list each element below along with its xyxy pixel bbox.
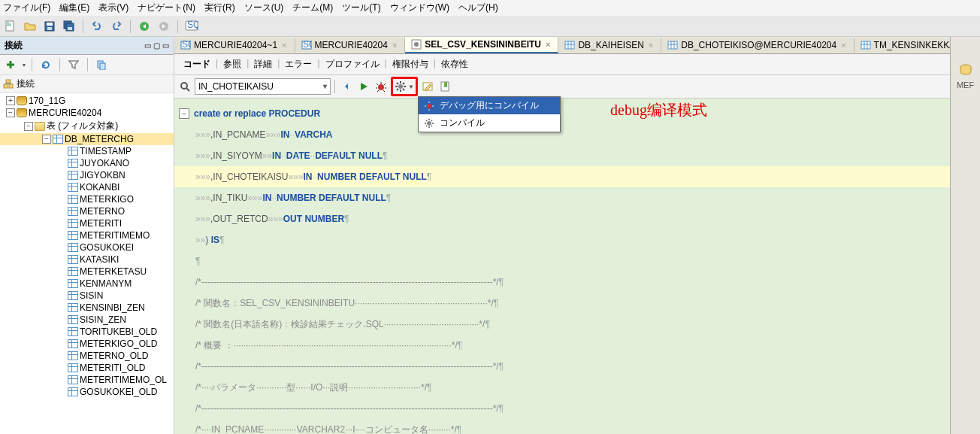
menu-item-compile-debug[interactable]: デバッグ用にコンパイル — [419, 97, 560, 114]
subtab[interactable]: コード — [179, 56, 215, 72]
refresh-icon[interactable] — [38, 57, 53, 72]
tree-node-db-meterchg[interactable]: −DB_METERCHG — [0, 133, 174, 145]
save-icon[interactable] — [42, 19, 57, 34]
editor-tab[interactable]: DB_KAIHEISEN× — [558, 38, 661, 53]
main-toolbar: SQL — [0, 16, 980, 37]
search-input[interactable] — [198, 81, 319, 92]
edit-icon[interactable] — [420, 79, 435, 94]
tree-leaf[interactable]: SISIN_ZEN — [0, 314, 174, 326]
svg-point-28 — [398, 84, 403, 89]
tree-leaf[interactable]: KENSINBI_ZEN — [0, 302, 174, 314]
close-icon[interactable]: × — [544, 40, 552, 49]
menu-edit[interactable]: 編集(E) — [59, 2, 89, 14]
open-folder-icon[interactable] — [23, 19, 38, 34]
svg-rect-6 — [68, 27, 72, 30]
menu-help[interactable]: ヘルプ(H) — [458, 2, 498, 14]
menu-item-compile[interactable]: コンパイル — [419, 114, 560, 132]
editor-tab[interactable]: SQLMERCURIE40204~1× — [174, 38, 295, 53]
tree-title-bar: 接続 — [0, 75, 174, 93]
tree-leaf[interactable]: METERITI_OLD — [0, 362, 174, 374]
editor-tab[interactable]: SQLMERCURIE40204× — [295, 38, 406, 53]
search-combo[interactable]: ▼ — [195, 78, 331, 95]
tree-leaf[interactable]: METERKETASU — [0, 266, 174, 278]
tree-leaf[interactable]: KATASIKI — [0, 253, 174, 266]
tree-leaf[interactable]: METERNO_OLD — [0, 350, 174, 362]
filter-icon[interactable] — [66, 57, 81, 72]
db-icon[interactable] — [959, 64, 972, 76]
menu-tools[interactable]: ツール(T) — [342, 2, 380, 14]
menu-file[interactable]: ファイル(F) — [3, 2, 50, 14]
sql-icon[interactable]: SQL — [184, 19, 199, 34]
editor-tab[interactable]: SEL_CSV_KENSININBEITU× — [405, 37, 558, 53]
back-icon[interactable] — [137, 19, 152, 34]
tree-node-mercurie[interactable]: −MERCURIE40204 — [0, 107, 174, 119]
menu-window[interactable]: ウィンドウ(W) — [390, 2, 449, 14]
editor-tabs: SQLMERCURIE40204~1×SQLMERCURIE40204×SEL_… — [174, 37, 950, 54]
subtab[interactable]: エラー — [280, 56, 316, 72]
tab-icon — [564, 40, 575, 50]
tree-leaf[interactable]: JIGYOKBN — [0, 169, 174, 181]
tree-leaf[interactable]: METERNO — [0, 205, 174, 217]
connections-sidebar: 接続 ▭ ▢ ▭ ▾ 接続 +170_11G −MERCURIE40204 −表… — [0, 37, 174, 434]
tree-leaf[interactable]: SISIN — [0, 290, 174, 302]
svg-point-27 — [378, 84, 384, 90]
undo-icon[interactable] — [89, 19, 104, 34]
tree-node-170-11g[interactable]: +170_11G — [0, 95, 174, 107]
tree-leaf[interactable]: GOSUKOKEI — [0, 241, 174, 253]
gear-debug-icon — [423, 100, 435, 112]
gear-icon[interactable] — [395, 80, 407, 93]
svg-rect-14 — [9, 84, 13, 88]
menu-view[interactable]: 表示(V) — [98, 2, 129, 14]
tree-leaf[interactable]: KENMANYM — [0, 278, 174, 290]
add-connection-icon[interactable] — [3, 57, 18, 72]
svg-text:SQL: SQL — [187, 20, 198, 30]
chevron-down-icon[interactable]: ▼ — [322, 83, 328, 90]
subtab[interactable]: 参照 — [219, 56, 246, 72]
close-icon[interactable]: × — [647, 41, 655, 50]
panel-controls[interactable]: ▭ ▢ ▭ — [144, 41, 169, 50]
tree-node-tables[interactable]: −表 (フィルタ対象) — [0, 119, 174, 133]
editor-tab[interactable]: DB_CHOTEIKISO@MERCURIE40204× — [661, 38, 854, 53]
subtab[interactable]: 詳細 — [250, 56, 277, 72]
close-icon[interactable]: × — [280, 41, 288, 50]
tree-leaf[interactable]: TIMESTAMP — [0, 145, 174, 157]
menu-team[interactable]: チーム(M) — [292, 2, 333, 14]
find-icon[interactable] — [177, 79, 192, 94]
tree-leaf[interactable]: JUYOKANO — [0, 157, 174, 169]
editor-toolbar: ▼ ▼ デバッグ用にコンパイル コンパイル — [174, 75, 950, 99]
code-editor[interactable]: −create or replace PROCEDURBEITU(¶ »»»,I… — [174, 99, 950, 434]
object-subtabs: コード|参照|詳細|エラー|プロファイル|権限付与|依存性 — [174, 54, 950, 75]
close-icon[interactable]: × — [839, 41, 847, 50]
new-file-icon[interactable] — [3, 19, 18, 34]
svg-point-21 — [414, 42, 419, 47]
tree-leaf[interactable]: METERITIMEMO — [0, 229, 174, 241]
prev-icon[interactable] — [339, 79, 354, 94]
redo-icon[interactable] — [109, 19, 124, 34]
subtab[interactable]: 依存性 — [437, 56, 473, 72]
close-icon[interactable]: × — [391, 41, 398, 50]
menu-run[interactable]: 実行(R) — [204, 2, 235, 14]
subtab[interactable]: プロファイル — [321, 56, 384, 72]
tree-leaf[interactable]: KOKANBI — [0, 181, 174, 193]
save-all-icon[interactable] — [62, 19, 77, 34]
tree-leaf[interactable]: METERITIMEMO_OL — [0, 374, 174, 386]
run-icon[interactable] — [356, 79, 371, 94]
compile-dropdown: デバッグ用にコンパイル コンパイル — [418, 96, 561, 132]
forward-icon[interactable] — [156, 19, 171, 34]
compile-split-button[interactable]: ▼ — [391, 77, 418, 96]
copy-icon[interactable] — [94, 57, 109, 72]
tree-leaf[interactable]: METERKIGO — [0, 193, 174, 205]
subtab[interactable]: 権限付与 — [388, 56, 433, 72]
debug-icon[interactable] — [374, 79, 389, 94]
connection-tree[interactable]: +170_11G −MERCURIE40204 −表 (フィルタ対象) −DB_… — [0, 93, 174, 434]
svg-rect-22 — [565, 41, 574, 49]
gear-icon — [423, 117, 435, 129]
editor-tab[interactable]: TM_KENSINKEKKA_CHECK× — [854, 38, 950, 53]
menu-navigate[interactable]: ナビゲート(N) — [138, 2, 195, 14]
bookmark-icon[interactable] — [437, 79, 452, 94]
tree-leaf[interactable]: METERKIGO_OLD — [0, 338, 174, 350]
tree-leaf[interactable]: TORITUKEBI_OLD — [0, 326, 174, 338]
menu-source[interactable]: ソース(U) — [244, 2, 284, 14]
tree-leaf[interactable]: GOSUKOKEI_OLD — [0, 386, 174, 398]
tree-leaf[interactable]: METERITI — [0, 217, 174, 229]
